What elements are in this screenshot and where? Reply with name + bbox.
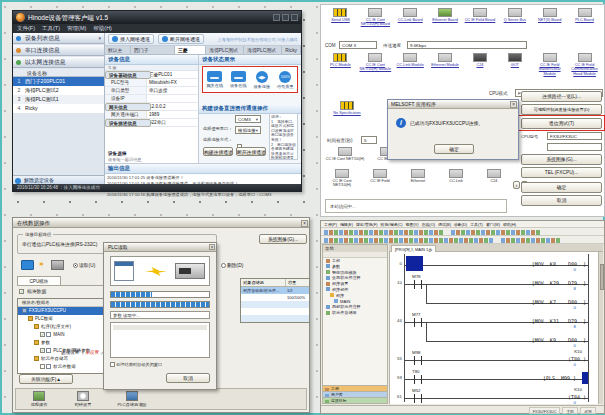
menu-file[interactable]: 文件(F) [17,24,35,33]
ladder-editor[interactable]: 0 [MOV K8 D80 ] 0 10 M78 [MOV K29 D79 ] … [389,252,598,404]
connect-mode-select[interactable]: 模拟连接▾ [235,126,261,134]
plcif-c24[interactable]: C24 [463,53,498,76]
row-checkbox[interactable] [40,364,45,369]
com-port-select[interactable]: COM3▾ [235,115,261,123]
plc-memory-tool[interactable]: PLC存储器清除 [110,391,154,407]
time-check-field[interactable]: 5 [361,136,377,144]
menu-view[interactable]: 视图(V) [406,221,419,227]
close-button[interactable] [291,14,298,21]
ladder-rung[interactable]: 61 M52 K10 (T84 ) 0 [390,387,598,404]
menu-tool[interactable]: 工具(T) [470,221,483,227]
cancel-button[interactable]: 取消 [521,195,602,206]
minimize-button[interactable] [273,14,280,21]
device-row[interactable]: 2 海得PLC测试2 [13,86,104,95]
ladder-rung[interactable]: 44 M77 [MOV K31 D79 ] 8 [390,311,598,330]
device-row[interactable]: 3 海得PLC测试1 [13,95,104,104]
pcif-ethernet-board[interactable]: Ethernet Board [428,8,463,27]
melsoft-ok-button[interactable]: 确定 [434,144,474,154]
ok-button[interactable]: 确定 [521,182,602,193]
pcif-cciefield-board[interactable]: CC IE Field Board [463,8,498,27]
tab-mitsubishi[interactable]: 三菱PLC01 [175,46,206,54]
ladder-rung-branch[interactable]: [MOV K7 D80 ] 0 [390,292,598,311]
pcif-serial-usb[interactable]: Serial USB [323,8,358,27]
ladder-rung-branch[interactable]: [MOV K9 D80 ] 0 [390,330,598,349]
remote-operation-tool[interactable]: 远程操作 [22,391,56,407]
plcif-master-local[interactable]: CC IE Field Master/Local Module [532,53,567,76]
nav-item[interactable]: 软元件存储器 [323,310,387,316]
radio-delete[interactable]: 删除(D) [221,262,243,268]
menu-find[interactable]: 搜索/替换(F) [356,221,378,227]
communication-test-button[interactable]: 通信测试(T) [521,118,602,129]
route1-ccie[interactable]: CC IE Cont NET/10(H) [325,147,365,161]
gx-toolbar-2[interactable] [321,236,604,244]
route2-c24[interactable]: C24 [475,169,513,188]
menu-window[interactable]: 窗口(W) [486,221,500,227]
close-icon[interactable]: × [301,220,308,227]
tab-home[interactable]: 默认主页 [105,46,131,54]
direct-connection-button[interactable]: 可编程控制器直接连接设置(D) [521,104,602,115]
gx-toolbar-1[interactable] [321,228,604,236]
pcif-plc-board[interactable]: PLC Board [567,8,602,27]
route2-ethernet[interactable]: Ethernet [399,169,437,188]
ladder-rung[interactable]: 55 M98 K10 (T80 ) 0 [390,349,598,368]
tel-button[interactable]: TEL (FXCPU)... [521,167,602,178]
device-row[interactable]: 4 Ricky [13,104,104,113]
plcif-cclink-module[interactable]: CC-Link Module [393,53,428,76]
clock-setting-tool[interactable]: 时钟设置 [66,391,100,407]
route2-cclink[interactable]: CC-Link [437,169,475,188]
menu-diagnostics[interactable]: 诊断(D) [454,221,467,227]
connect-network-button[interactable]: 接入网络通道 [108,34,154,44]
vertical-scrollbar[interactable] [598,252,603,404]
tab-ricky[interactable]: Ricky [282,46,301,54]
menu-manage[interactable]: 管理(M) [67,24,86,33]
station-none[interactable]: No Specification [325,101,369,115]
pcif-qbus[interactable]: Q Series Bus [497,8,532,27]
pcif-cclink-board[interactable]: CC-Link Board [393,8,428,27]
plcif-got[interactable]: GOT [497,53,532,76]
menu-help[interactable]: 帮助(H) [93,24,112,33]
auto-close-checkbox[interactable] [110,362,115,367]
menu-debug[interactable]: 调试(B) [438,221,451,227]
route2-ccie[interactable]: CC IE Cont NET/10(H) [323,169,361,188]
sidebar-section-ethernet[interactable]: 以太网连接信息 [13,57,104,68]
speed-field[interactable]: 9.6Kbps [407,41,527,49]
close-icon[interactable]: × [510,101,517,108]
table-row[interactable] [241,301,309,308]
module-data-checkbox[interactable]: ✓ [19,289,24,294]
row-checkbox[interactable]: ✓ [40,348,45,353]
route2-cciefield[interactable]: CC IE Field [361,169,399,188]
tab-cpu-module[interactable]: CPU模块 [17,276,61,285]
melsoft-dialog-title[interactable]: MELSOFT 应用程序 [388,100,518,109]
plcif-ethernet-module[interactable]: Ethernet Module [428,53,463,76]
radio-read[interactable]: 读取(U) [73,262,95,268]
menu-help[interactable]: 帮助(H) [503,221,516,227]
tab-haide1[interactable]: 海得PLC测试1 [244,46,282,54]
sidebar-section-serial[interactable]: 串口连接信息 [13,45,104,56]
system-image-button[interactable]: 系统图像(G)... [521,154,602,165]
ladder-rung[interactable]: 0 [MOV K8 D80 ] 0 [390,254,598,273]
online-data-titlebar[interactable]: 在线数据操作 [13,218,309,228]
connection-path-list-button[interactable]: 连接路径一览(L)... [521,91,602,102]
break-channel-button[interactable]: 断开连接通道 [236,147,266,156]
pcif-net2-board[interactable]: NET(II) Board [532,8,567,27]
menu-convert[interactable]: 转换/编译(C) [381,221,403,227]
document-tab[interactable]: [PRG]写入 MAIN 1步 [391,245,436,252]
table-row[interactable]: 程序存储器/软元件... 1/2 [241,287,309,294]
ladder-rung[interactable]: 59 T80 [PLS M99 ] [390,368,598,387]
close-icon[interactable]: × [209,244,215,250]
row-checkbox[interactable]: ✓ [40,332,45,337]
plcif-plc-module[interactable]: PLC Module [323,53,358,76]
progress-titlebar[interactable]: PLC读取 [104,243,216,252]
menu-edit[interactable]: 编辑(E) [340,221,353,227]
sidebar-section-devices[interactable]: 设备列表信息 ▾ [13,33,104,44]
disconnect-network-button[interactable]: 断开网络通道 [158,34,204,44]
progress-cancel-button[interactable]: 取消 [166,373,210,383]
plcif-comm-head[interactable]: CC IE Field Communication Head Module [567,53,602,76]
menu-online[interactable]: 在线(O) [422,221,435,227]
scrollbar-thumb[interactable] [600,264,604,290]
nav-tab-connection[interactable]: 连接目标 [323,397,387,403]
menu-tools[interactable]: 工具(T) [42,24,60,33]
com-field[interactable]: COM 3 [339,41,377,49]
tab-haide2[interactable]: 海得PLC测试2 [206,46,244,54]
table-row[interactable] [241,315,309,322]
